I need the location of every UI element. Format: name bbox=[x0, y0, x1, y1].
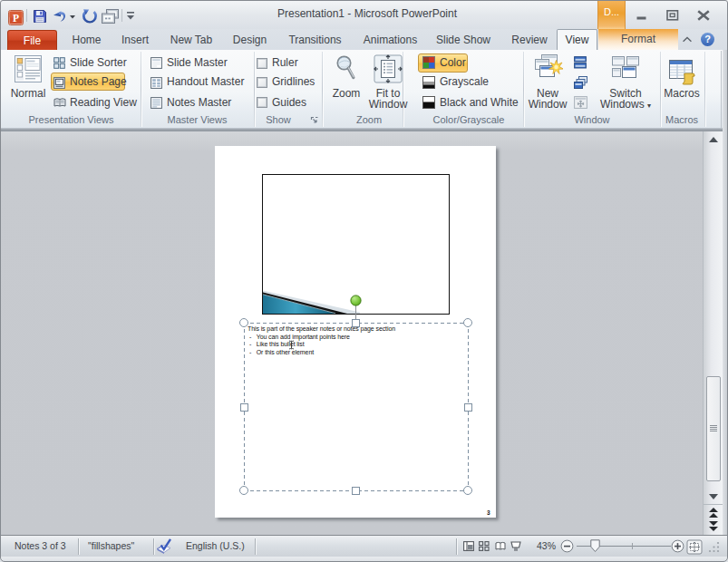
svg-text:P: P bbox=[13, 13, 19, 24]
